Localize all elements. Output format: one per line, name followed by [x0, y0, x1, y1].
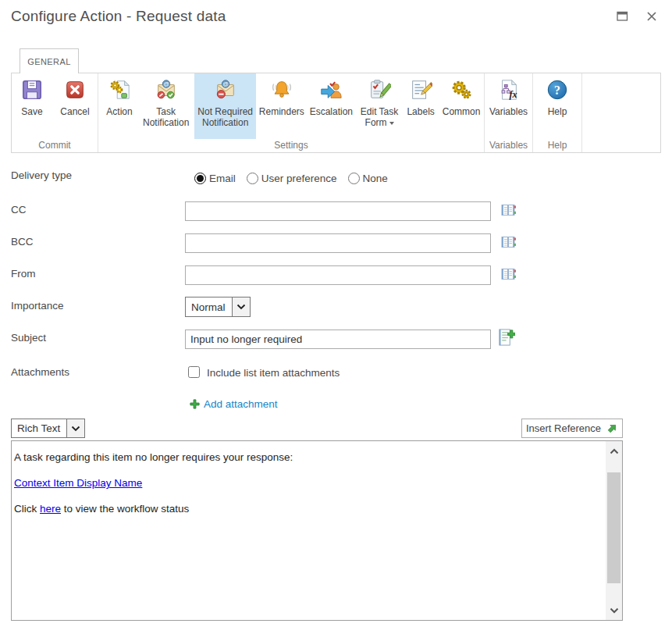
svg-text:fx: fx	[509, 89, 517, 100]
insert-reference-button[interactable]: Insert Reference	[521, 419, 623, 438]
chevron-down-icon	[232, 297, 250, 316]
ribbon-group-settings: Action @ Task Notification	[98, 73, 485, 152]
task-notification-icon: @	[155, 77, 178, 102]
scroll-down-button[interactable]	[606, 600, 622, 620]
address-book-icon	[500, 266, 516, 282]
labels-icon	[409, 77, 432, 102]
text-format-select[interactable]: Rich Text	[11, 419, 85, 438]
cc-address-book-button[interactable]	[500, 202, 516, 221]
ribbon-group-label: Commit	[12, 139, 98, 152]
ribbon: Save Cancel Commit	[11, 73, 661, 153]
radio-option-email[interactable]: Email	[194, 173, 236, 184]
bcc-label: BCC	[11, 236, 34, 248]
ribbon-group-help: ? Help Help	[533, 73, 582, 152]
context-item-link[interactable]: Context Item Display Name	[14, 477, 142, 489]
svg-text:@: @	[222, 80, 229, 87]
editor-line: Context Item Display Name	[14, 476, 600, 490]
ribbon-group-label: Settings	[98, 139, 484, 152]
insert-reference-arrow-icon	[606, 422, 618, 434]
ribbon-button-label: Escalation	[310, 106, 353, 117]
action-button[interactable]: Action	[101, 73, 137, 139]
bcc-input[interactable]	[185, 233, 491, 253]
ribbon-group-label: Help	[533, 139, 581, 152]
common-icon	[450, 77, 473, 102]
subject-input[interactable]	[185, 330, 491, 349]
radio-label: None	[363, 173, 388, 184]
from-address-book-button[interactable]	[500, 266, 516, 285]
ribbon-button-label: Common	[443, 106, 481, 117]
action-icon	[108, 77, 131, 102]
none-radio[interactable]	[348, 173, 360, 184]
not-required-notification-button[interactable]: @ Not Required Notification	[194, 73, 256, 139]
task-notification-button[interactable]: @ Task Notification	[140, 73, 192, 139]
chevron-down-icon	[610, 607, 619, 614]
importance-label: Importance	[11, 300, 64, 312]
edit-task-form-icon	[368, 77, 391, 102]
editor-scrollbar[interactable]	[606, 441, 622, 620]
svg-text:?: ?	[554, 84, 560, 97]
radio-label: Email	[209, 173, 236, 184]
subject-label: Subject	[11, 332, 46, 344]
address-book-icon	[500, 234, 516, 250]
cancel-button[interactable]: Cancel	[55, 73, 94, 139]
text-format-value: Rich Text	[12, 419, 66, 437]
ribbon-button-label: Edit Task Form	[357, 106, 401, 128]
workflow-status-link[interactable]: here	[40, 503, 61, 515]
edit-task-form-button[interactable]: Edit Task Form	[357, 73, 401, 139]
cc-label: CC	[11, 204, 27, 216]
help-button[interactable]: ? Help	[540, 73, 574, 139]
scroll-up-button[interactable]	[606, 441, 622, 461]
ribbon-button-label: Labels	[407, 106, 434, 117]
cc-input[interactable]	[185, 201, 491, 221]
dropdown-arrow-icon	[389, 122, 394, 125]
message-body-editor[interactable]: A task regarding this item no longer req…	[11, 440, 623, 621]
chevron-up-icon	[610, 448, 619, 454]
maximize-button[interactable]	[616, 10, 628, 23]
editor-line: A task regarding this item no longer req…	[14, 450, 600, 465]
scrollbar-thumb[interactable]	[607, 472, 620, 583]
help-icon: ?	[546, 77, 569, 102]
maximize-icon	[617, 11, 628, 22]
radio-option-none[interactable]: None	[348, 173, 388, 184]
escalation-button[interactable]: Escalation	[308, 73, 355, 139]
save-icon	[20, 77, 44, 102]
chevron-down-icon	[66, 419, 84, 437]
page-title: Configure Action - Request data	[11, 8, 226, 25]
labels-button[interactable]: Labels	[404, 73, 438, 139]
ribbon-button-label: Save	[21, 106, 42, 117]
address-book-icon	[500, 202, 516, 218]
common-button[interactable]: Common	[440, 73, 482, 139]
ribbon-button-label: Help	[548, 106, 567, 117]
add-attachment-link[interactable]: Add attachment	[190, 398, 278, 410]
cancel-icon	[63, 77, 87, 102]
variables-button[interactable]: fx Variables	[486, 73, 531, 139]
reminders-button[interactable]: Reminders	[258, 73, 305, 139]
delivery-type-radios: Email User preference None	[194, 173, 388, 184]
ribbon-button-label: Cancel	[60, 106, 89, 117]
ribbon-button-label: Not Required Notification	[194, 106, 256, 128]
close-button[interactable]	[645, 10, 658, 23]
radio-option-user-preference[interactable]: User preference	[247, 173, 337, 184]
importance-select[interactable]: Normal	[185, 297, 251, 317]
insert-reference-label: Insert Reference	[526, 422, 601, 434]
include-attachments-checkbox[interactable]	[188, 366, 200, 378]
svg-text:@: @	[163, 80, 169, 87]
ribbon-button-label: Reminders	[259, 106, 304, 117]
bcc-address-book-button[interactable]	[500, 234, 516, 253]
ribbon-button-label: Task Notification	[140, 106, 192, 128]
not-required-notification-icon: @	[214, 77, 237, 102]
reminders-icon	[270, 77, 293, 102]
email-radio[interactable]	[194, 173, 206, 184]
tab-general[interactable]: GENERAL	[20, 48, 79, 73]
from-input[interactable]	[185, 265, 491, 285]
ribbon-button-label: Action	[106, 106, 132, 117]
user-preference-radio[interactable]	[247, 173, 258, 184]
delivery-type-label: Delivery type	[11, 169, 72, 181]
editor-content[interactable]: A task regarding this item no longer req…	[12, 441, 605, 620]
variables-icon: fx	[497, 77, 521, 102]
ribbon-spacer	[582, 73, 660, 152]
save-button[interactable]: Save	[15, 73, 49, 139]
subject-insert-reference-button[interactable]	[497, 327, 515, 351]
radio-label: User preference	[261, 173, 337, 184]
add-attachment-label: Add attachment	[204, 398, 278, 410]
